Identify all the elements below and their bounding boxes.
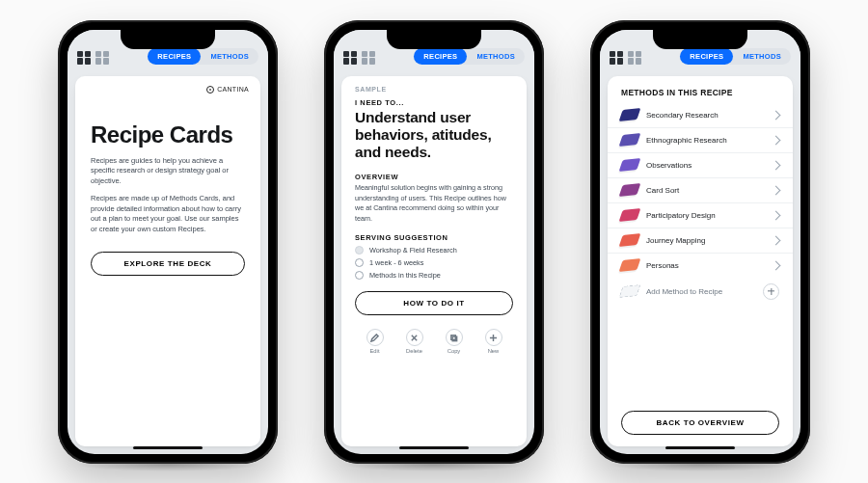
serving-item-label: Workshop & Field Research <box>369 246 457 255</box>
delete-button[interactable]: Delete <box>406 329 423 354</box>
tab-methods[interactable]: METHODS <box>201 48 258 65</box>
phone-mockup-recipe-detail: RECIPES METHODS SAMPLE I NEED TO... Unde… <box>324 20 544 464</box>
method-label: Ethnographic Research <box>646 136 727 145</box>
chevron-right-icon <box>772 160 781 170</box>
device-notch <box>387 30 481 49</box>
cantina-logo-icon <box>206 86 214 94</box>
brand-name: CANTINA <box>217 86 249 94</box>
explore-deck-button[interactable]: EXPLORE THE DECK <box>91 252 245 276</box>
duration-icon <box>355 258 364 267</box>
intro-paragraph-2: Recipes are made up of Methods Cards, an… <box>75 192 260 240</box>
method-tile-icon <box>619 208 641 222</box>
serving-item-label: Methods in this Recipe <box>369 271 441 280</box>
methods-heading: METHODS IN THIS RECIPE <box>608 76 793 103</box>
method-tile-icon <box>619 258 641 272</box>
home-indicator[interactable] <box>133 446 203 449</box>
method-row[interactable]: Participatory Design <box>608 202 793 228</box>
method-row[interactable]: Secondary Research <box>608 103 793 127</box>
chevron-right-icon <box>772 110 781 120</box>
tool-label: New <box>488 348 500 354</box>
tab-recipes[interactable]: RECIPES <box>680 48 733 65</box>
tool-label: Copy <box>448 348 461 354</box>
serving-row: Workshop & Field Research <box>341 244 527 256</box>
brand-row: CANTINA <box>75 76 260 94</box>
tool-label: Edit <box>370 348 380 354</box>
edit-button[interactable]: Edit <box>366 329 384 354</box>
grid-view-icon[interactable] <box>628 51 641 65</box>
method-label: Observations <box>646 161 692 170</box>
method-label: Journey Mapping <box>646 236 705 245</box>
card-view-icon[interactable] <box>610 51 623 65</box>
method-label: Participatory Design <box>646 211 716 220</box>
serving-row: Methods in this Recipe <box>341 269 527 282</box>
method-label: Personas <box>646 261 679 270</box>
method-row[interactable]: Card Sort <box>608 177 793 202</box>
tab-recipes[interactable]: RECIPES <box>148 48 201 65</box>
device-notch <box>653 30 747 49</box>
method-tile-icon <box>619 133 641 147</box>
intro-paragraph-1: Recipes are guides to help you achieve a… <box>75 154 260 193</box>
empty-tile-icon <box>619 284 641 298</box>
svg-rect-1 <box>452 336 457 341</box>
nav-segmented: RECIPES METHODS <box>414 48 525 65</box>
overview-text: Meaningful solution begins with gaining … <box>341 183 527 229</box>
method-label: Secondary Research <box>646 111 719 120</box>
screen: RECIPES METHODS CANTINA Recipe Cards Rec… <box>68 30 268 454</box>
overview-heading: OVERVIEW <box>341 169 527 183</box>
people-icon <box>355 246 364 255</box>
home-indicator[interactable] <box>665 446 735 449</box>
sample-eyebrow: SAMPLE <box>341 76 527 93</box>
back-to-overview-button[interactable]: BACK TO OVERVIEW <box>621 411 779 435</box>
serving-row: 1 week - 6 weeks <box>341 256 527 269</box>
method-tile-icon <box>619 158 641 172</box>
method-tile-icon <box>619 183 641 197</box>
tab-methods[interactable]: METHODS <box>733 48 791 65</box>
phone-mockup-intro: RECIPES METHODS CANTINA Recipe Cards Rec… <box>58 20 278 464</box>
methods-card: METHODS IN THIS RECIPE Secondary Researc… <box>608 76 793 446</box>
add-method-label: Add Method to Recipe <box>646 287 722 296</box>
plus-icon <box>489 334 498 342</box>
add-method-row[interactable]: Add Method to Recipe <box>608 278 793 304</box>
serving-item-label: 1 week - 6 weeks <box>369 258 423 267</box>
device-notch <box>121 30 215 49</box>
method-row[interactable]: Journey Mapping <box>608 228 793 253</box>
methods-list: Secondary ResearchEthnographic ResearchO… <box>608 103 793 278</box>
serving-heading: SERVING SUGGESTION <box>341 229 527 244</box>
card-view-icon[interactable] <box>77 51 91 65</box>
card-toolbar: Edit Delete Copy New <box>341 321 527 363</box>
nav-segmented: RECIPES METHODS <box>148 48 258 65</box>
screen: RECIPES METHODS METHODS IN THIS RECIPE S… <box>600 30 800 454</box>
chevron-right-icon <box>772 185 781 195</box>
copy-button[interactable]: Copy <box>446 329 463 354</box>
grid-view-icon[interactable] <box>95 51 109 65</box>
page-title: Recipe Cards <box>75 94 260 154</box>
method-label: Card Sort <box>646 186 679 195</box>
pencil-icon <box>370 334 379 342</box>
screen: RECIPES METHODS SAMPLE I NEED TO... Unde… <box>334 30 534 454</box>
nav-segmented: RECIPES METHODS <box>680 48 791 65</box>
recipe-headline: Understand user behaviors, atitudes, and… <box>341 107 527 170</box>
methods-count-icon <box>355 271 364 280</box>
tab-methods[interactable]: METHODS <box>467 48 525 65</box>
tab-recipes[interactable]: RECIPES <box>414 48 467 65</box>
need-label: I NEED TO... <box>341 93 527 107</box>
copy-icon <box>449 334 458 342</box>
recipe-card: SAMPLE I NEED TO... Understand user beha… <box>341 76 527 446</box>
card-view-icon[interactable] <box>343 51 357 65</box>
x-icon <box>410 334 419 342</box>
chevron-right-icon <box>772 260 781 270</box>
how-to-do-it-button[interactable]: HOW TO DO IT <box>355 291 513 315</box>
phone-mockup-methods-list: RECIPES METHODS METHODS IN THIS RECIPE S… <box>590 20 810 464</box>
method-row[interactable]: Ethnographic Research <box>608 127 793 152</box>
method-tile-icon <box>619 233 641 247</box>
method-row[interactable]: Observations <box>608 152 793 177</box>
intro-card: CANTINA Recipe Cards Recipes are guides … <box>75 76 260 446</box>
new-button[interactable]: New <box>485 329 502 354</box>
tool-label: Delete <box>406 348 422 354</box>
chevron-right-icon <box>772 235 781 245</box>
plus-icon <box>763 283 779 300</box>
grid-view-icon[interactable] <box>362 51 375 65</box>
home-indicator[interactable] <box>399 446 469 449</box>
method-tile-icon <box>619 108 641 121</box>
method-row[interactable]: Personas <box>608 253 793 278</box>
